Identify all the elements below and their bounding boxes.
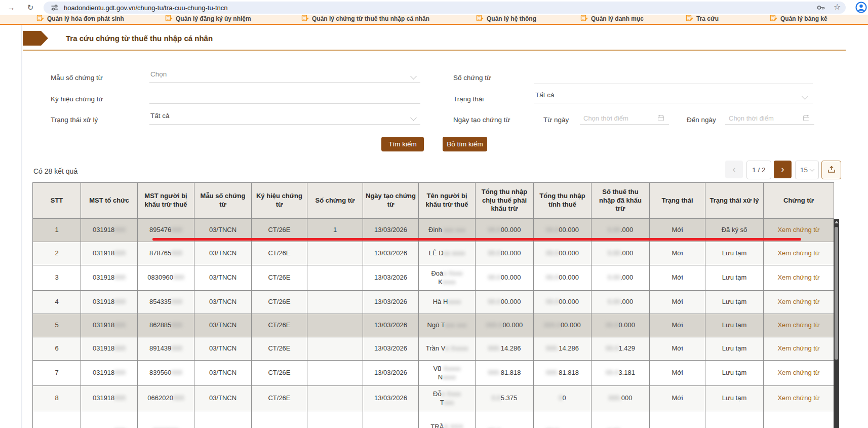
table-row[interactable]: 703191800083956000003/TNCNCT/26E13/03/20… [33, 361, 834, 386]
clear-search-button[interactable]: Bỏ tìm kiếm [443, 137, 487, 151]
password-key-icon[interactable] [816, 3, 825, 14]
cell-trang-thai-xu-ly: Lưu tạm [705, 361, 764, 386]
scrollbar-thumb[interactable] [835, 227, 838, 360]
scrollbar-up-icon[interactable] [835, 221, 839, 223]
bookmark-star-icon[interactable]: ☆ [834, 2, 841, 12]
search-button[interactable]: Tìm kiếm [381, 137, 424, 151]
cell-mau-so-chung-tu: 03/TNCN [194, 242, 252, 265]
status-label: Trạng thái [453, 95, 484, 103]
cell-so-chung-tu [307, 361, 363, 386]
cell-mau-so-chung-tu: 03/TNCN [194, 291, 252, 314]
chevron-down-icon[interactable] [410, 114, 417, 121]
table-row[interactable]: 9031918000000000003/TNCNCT/26E13/03/2026… [33, 411, 834, 428]
status-select[interactable] [534, 103, 813, 103]
view-document-link[interactable]: Xem chứng từ [777, 344, 819, 352]
process-status-select-value[interactable]: Tất cả [150, 112, 170, 120]
cell-ngay-tao-chung-tu: 13/03/2026 [363, 386, 419, 411]
view-document-link[interactable]: Xem chứng từ [777, 394, 819, 402]
nav-item[interactable]: Quản lý bảng kê [770, 15, 827, 23]
column-header: MST người bị khấu trừ thuế [138, 183, 194, 219]
page-size-select[interactable]: 15 [795, 161, 819, 179]
calendar-icon[interactable] [657, 114, 664, 124]
nav-item-label: Quản lý hệ thống [487, 15, 536, 22]
cell-ten-nguoi-bi-khau-tru: Đoàx XxxxKxxxx [419, 265, 476, 291]
view-document-link[interactable]: Xem chứng từ [777, 298, 819, 305]
to-date-value[interactable]: Chọn thời điểm [729, 114, 774, 122]
forward-icon[interactable]: → [5, 2, 17, 14]
cell-chung-tu: Xem chứng từ [764, 265, 834, 291]
chevron-down-icon[interactable] [410, 73, 417, 80]
export-button[interactable] [821, 161, 841, 179]
nav-item[interactable]: Quản lý đăng ký ủy nhiệm [165, 15, 251, 23]
view-document-link[interactable]: Xem chứng từ [777, 274, 819, 281]
site-info-icon[interactable] [51, 4, 59, 14]
nav-item[interactable]: Quản lý hóa đơn phát sinh [36, 15, 124, 23]
cell-tong-thu-nhap-tinh-thue: 000.81.818 [534, 361, 591, 386]
cell-tong-thu-nhap-tinh-thue: 00.000.000 [534, 242, 591, 265]
document-edit-icon [686, 15, 693, 23]
refresh-icon[interactable]: ↻ [24, 2, 36, 14]
table-row[interactable]: 403191800085433500003/TNCNCT/26E13/03/20… [33, 291, 834, 314]
chevron-down-icon[interactable] [802, 93, 808, 100]
profile-avatar[interactable] [855, 2, 867, 15]
cell-so-thue-da-khau-tru: 000.000 [591, 386, 650, 411]
cell-tong-thu-nhap-chiu-thue: 000.000.000 [476, 314, 534, 337]
next-page-button[interactable]: › [774, 161, 792, 178]
cell-trang-thai: Mới [650, 386, 705, 411]
cell-mst-nguoi-bi-khau-tru: 854335000 [138, 291, 194, 314]
view-document-link[interactable]: Xem chứng từ [777, 321, 819, 329]
column-header: Trạng thái xử lý [705, 183, 764, 219]
column-header: Số thuế thu nhập đã khấu trừ [591, 183, 650, 219]
table-row[interactable]: 503191800086288500003/TNCNCT/26E13/03/20… [33, 314, 834, 337]
address-bar[interactable]: hoadondientu.gdt.gov.vn/chung-tu/tra-cuu… [44, 2, 846, 14]
column-header: MST tổ chức [81, 183, 138, 219]
serial-input[interactable] [149, 103, 420, 104]
cell-stt: 2 [33, 242, 81, 265]
table-row[interactable]: 3031918000083096000003/TNCNCT/26E13/03/2… [33, 265, 834, 291]
cell-ten-nguoi-bi-khau-tru: Vũ XxxxxNxxxx [419, 361, 476, 386]
table-scrollbar[interactable] [834, 219, 839, 428]
status-select-value[interactable]: Tất cả [535, 91, 555, 99]
prev-page-button[interactable]: ‹ [725, 161, 743, 178]
from-date-input[interactable] [580, 124, 669, 125]
content-left-edge [21, 25, 22, 428]
cell-ky-hieu-chung-tu: CT/26E [252, 265, 307, 291]
cell-tong-thu-nhap-chiu-thue: 000.81.818 [476, 361, 534, 386]
from-date-value[interactable]: Chọn thời điểm [583, 114, 628, 122]
cell-so-chung-tu [307, 242, 363, 265]
cell-tong-thu-nhap-tinh-thue: 00.000.000 [534, 411, 591, 428]
page-size-value: 15 [800, 166, 808, 174]
cell-chung-tu: Xem chứng từ [764, 386, 834, 411]
cell-ky-hieu-chung-tu: CT/26E [252, 337, 307, 361]
document-edit-icon [301, 15, 309, 23]
nav-item[interactable]: Quản lý danh mục [580, 15, 644, 23]
nav-item[interactable]: Tra cứu [686, 15, 719, 23]
process-status-select[interactable] [149, 124, 420, 125]
cell-ngay-tao-chung-tu: 13/03/2026 [363, 411, 419, 428]
to-date-input[interactable] [725, 124, 814, 125]
table-row[interactable]: 8031918000066202000003/TNCNCT/26E13/03/2… [33, 386, 834, 411]
nav-item[interactable]: Quản lý chứng từ thuế thu nhập cá nhân [301, 15, 429, 23]
calendar-icon[interactable] [803, 114, 810, 124]
doc-no-input[interactable] [534, 84, 813, 84]
cell-mst-to-chuc: 031918000 [81, 291, 138, 314]
cell-ky-hieu-chung-tu: CT/26E [252, 386, 307, 411]
cell-mst-nguoi-bi-khau-tru: 0000000 [138, 411, 194, 428]
cell-tong-thu-nhap-chiu-thue: 00.000.000 [476, 242, 534, 265]
url-text[interactable]: hoadondientu.gdt.gov.vn/chung-tu/tra-cuu… [64, 4, 228, 12]
nav-item[interactable]: Quản lý hệ thống [476, 15, 536, 23]
view-document-link[interactable]: Xem chứng từ [777, 369, 819, 376]
column-header: Ký hiệu chứng từ [252, 183, 307, 219]
documents-table: STTMST tổ chứcMST người bị khấu trừ thuế… [32, 182, 834, 428]
cell-tong-thu-nhap-chiu-thue: 00.000.000 [476, 291, 534, 314]
export-icon [827, 165, 836, 175]
cell-ky-hieu-chung-tu: CT/26E [252, 314, 307, 337]
view-document-link[interactable]: Xem chứng từ [777, 226, 819, 234]
form-no-select-value[interactable]: Chọn [150, 70, 167, 78]
view-document-link[interactable]: Xem chứng từ [777, 249, 819, 257]
created-date-label: Ngày tạo chứng từ [453, 116, 510, 124]
table-row[interactable]: 203191800087876500003/TNCNCT/26E13/03/20… [33, 242, 834, 265]
form-no-select[interactable] [149, 82, 420, 83]
table-row[interactable]: 603191800089143900003/TNCNCT/26E13/03/20… [33, 337, 834, 361]
cell-tong-thu-nhap-tinh-thue: 00.000.000 [534, 291, 591, 314]
